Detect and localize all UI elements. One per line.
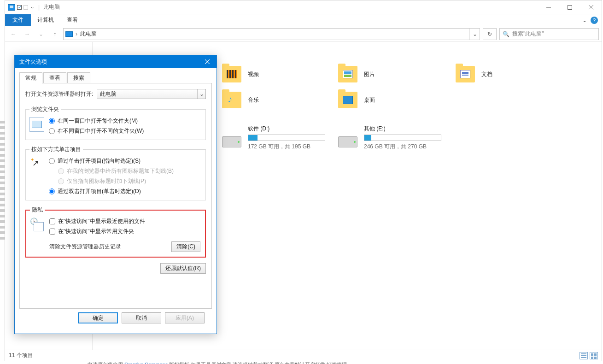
privacy-icon [30,217,45,232]
qat-properties-icon[interactable] [23,5,28,10]
qat-checkbox-icon[interactable] [17,5,22,10]
drive-capacity-bar [248,135,325,141]
show-recent-files-option[interactable]: 在"快速访问"中显示最近使用的文件 [49,217,201,225]
tab-search[interactable]: 搜索 [67,72,90,83]
title-bar: | 此电脑 [5,0,602,14]
navigation-bar: ← → ⌄ ↑ › 此电脑 ⌄ ↻ 🔍 搜索"此电脑" [5,26,602,42]
restore-defaults-button[interactable]: 还原默认值(R) [160,263,206,274]
svg-rect-2 [568,5,572,9]
open-explorer-to-combo[interactable]: 此电脑 ⌄ [97,89,206,99]
forward-button[interactable]: → [22,29,33,40]
search-placeholder: 搜索"此电脑" [512,30,544,38]
up-button[interactable]: ↑ [49,29,60,40]
click-items-legend: 按如下方式单击项目 [29,146,83,153]
folder-videos[interactable]: 视频 [222,66,259,82]
maximize-button[interactable] [559,0,580,14]
open-explorer-to-row: 打开文件资源管理器时打开: 此电脑 ⌄ [25,89,206,99]
this-pc-icon [8,4,15,11]
ribbon-tab-view[interactable]: 查看 [60,14,84,26]
large-icons-view-button[interactable] [590,352,598,359]
svg-rect-0 [18,5,22,9]
folder-desktop[interactable]: 桌面 [338,92,375,108]
clear-history-label: 清除文件资源管理器历史记录 [49,243,121,251]
drive-title: 软件 (D:) [248,125,325,133]
privacy-group: 隐私 在"快速访问"中显示最近使用的文件 在"快速访问"中显示常用文件夹 [25,206,206,258]
radio-single-click[interactable] [49,158,55,164]
privacy-legend: 隐私 [30,206,45,214]
address-bar[interactable]: › 此电脑 ⌄ [63,28,480,40]
title-separator: | [38,4,40,11]
recent-locations-button[interactable]: ⌄ [35,29,47,40]
back-button[interactable]: ← [8,29,19,40]
svg-rect-1 [24,5,28,9]
search-icon: 🔍 [503,31,509,37]
browse-same-window-option[interactable]: 在同一窗口中打开每个文件夹(M) [49,117,202,125]
double-click-option[interactable]: 通过双击打开项目(单击时选定)(D) [49,188,202,195]
qat-dropdown-icon[interactable] [30,5,35,10]
drive-icon [222,136,241,147]
radio-double-click[interactable] [49,188,55,194]
clear-history-button[interactable]: 清除(C) [171,241,200,252]
address-icon [65,31,73,37]
radio-underline-all [58,168,64,174]
underline-all-option: 在我的浏览器中给所有图标标题加下划线(B) [58,167,202,175]
ribbon-collapse-icon[interactable]: ⌄ [582,17,587,23]
address-dropdown-icon[interactable]: ⌄ [469,29,480,40]
combo-value: 此电脑 [100,90,117,98]
dialog-tabs: 常规 查看 搜索 [19,72,212,83]
apply-button[interactable]: 应用(A) [165,312,205,323]
drive-e[interactable]: 其他 (E:) 246 GB 可用，共 270 GB [338,125,444,151]
drive-free-text: 246 GB 可用，共 270 GB [364,143,441,151]
quick-access-toolbar: | 此电脑 [8,3,60,11]
folder-documents[interactable]: 文档 [456,66,492,82]
browse-new-window-option[interactable]: 在不同窗口中打开不同的文件夹(W) [49,127,202,135]
single-click-option[interactable]: 通过单击打开项目(指向时选定)(S) [49,157,202,165]
dialog-panel: 打开文件资源管理器时打开: 此电脑 ⌄ 浏览文件夹 在同一窗口中打开每个文件夹(… [19,83,212,309]
cancel-button[interactable]: 取消 [122,312,161,323]
tab-general[interactable]: 常规 [19,72,42,83]
folder-label: 桌面 [364,96,375,104]
folder-music[interactable]: 音乐 [222,92,259,108]
folder-options-dialog: 文件夹选项 常规 查看 搜索 打开文件资源管理器时打开: 此电脑 ⌄ 浏览文件夹 [14,55,217,334]
drive-free-text: 172 GB 可用，共 195 GB [248,143,325,151]
browse-folders-icon [29,117,44,132]
refresh-button[interactable]: ↻ [483,28,497,40]
radio-same-window[interactable] [49,118,55,124]
underline-point-option: 仅当指向图标标题时加下划线(P) [58,177,202,185]
tab-view[interactable]: 查看 [43,72,66,83]
browse-folders-legend: 浏览文件夹 [29,106,61,113]
radio-underline-point [58,178,64,184]
minimize-button[interactable] [538,0,559,14]
window-controls [538,0,602,14]
breadcrumb-this-pc[interactable]: 此电脑 [80,30,97,38]
drive-title: 其他 (E:) [364,125,441,133]
drive-d[interactable]: 软件 (D:) 172 GB 可用，共 195 GB [222,125,328,151]
ok-button[interactable]: 确定 [78,312,118,323]
dialog-buttons: 确定 取消 应用(A) [19,309,212,330]
breadcrumb-sep: › [76,31,77,37]
ribbon-tab-computer[interactable]: 计算机 [31,14,60,26]
click-items-group: 按如下方式单击项目 通过单击打开项目(指向时选定)(S) 在我的浏览器中给所有图… [25,146,206,200]
folder-label: 文档 [481,70,492,78]
drive-capacity-bar [364,135,441,141]
ribbon: 文件 计算机 查看 ⌄ ? [5,14,602,26]
folder-label: 图片 [364,70,375,78]
search-box[interactable]: 🔍 搜索"此电脑" [499,28,599,40]
window-title: 此电脑 [43,3,60,11]
ribbon-tab-file[interactable]: 文件 [5,14,31,26]
radio-new-window[interactable] [49,128,55,134]
close-button[interactable] [580,0,602,14]
browse-folders-group: 浏览文件夹 在同一窗口中打开每个文件夹(M) 在不同窗口中打开不同的文件夹(W) [25,106,206,140]
folder-pictures[interactable]: 图片 [338,66,375,82]
dialog-title-bar[interactable]: 文件夹选项 [15,55,217,68]
help-icon[interactable]: ? [591,17,598,24]
status-bar: 11 个项目 [5,350,602,361]
checkbox-frequent-folders[interactable] [49,229,55,235]
dialog-close-button[interactable] [198,55,217,68]
show-frequent-folders-option[interactable]: 在"快速访问"中显示常用文件夹 [49,228,201,235]
click-items-icon [29,157,44,172]
checkbox-recent-files[interactable] [49,218,55,224]
open-explorer-to-label: 打开文件资源管理器时打开: [25,90,93,98]
details-view-button[interactable] [580,352,588,359]
chevron-down-icon: ⌄ [197,89,205,99]
